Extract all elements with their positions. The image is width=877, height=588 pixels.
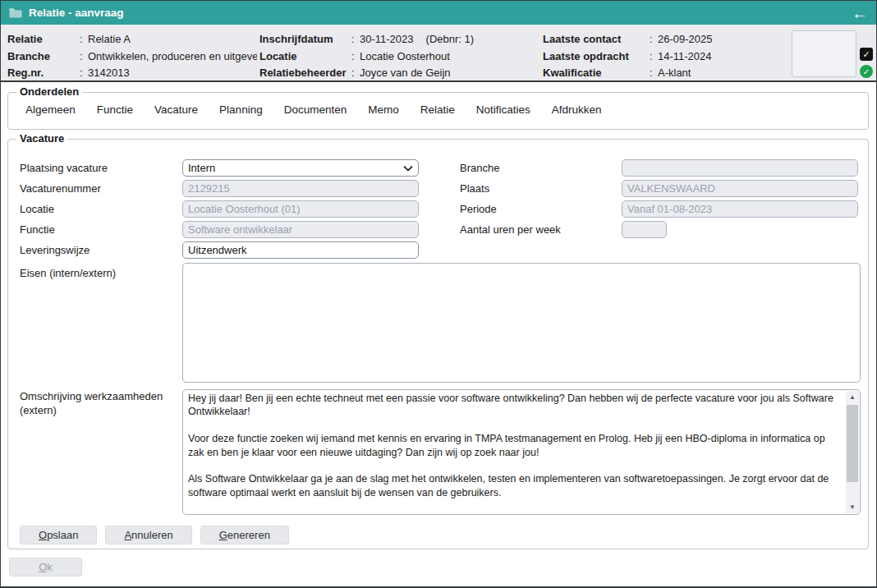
omschrijving-label: Omschrijving werkzaamheden (extern) <box>20 389 169 417</box>
folder-icon <box>9 7 22 18</box>
tab-documenten[interactable]: Documenten <box>273 103 358 116</box>
vacature-legend: Vacature <box>16 132 67 145</box>
tab-afdrukken[interactable]: Afdrukken <box>541 103 613 116</box>
tab-memo[interactable]: Memo <box>357 103 410 116</box>
laatste-contact-label: Laatste contact <box>543 31 650 48</box>
separator: : <box>80 48 88 66</box>
opslaan-button[interactable]: Opslaan <box>20 526 97 544</box>
separator: : <box>351 31 360 48</box>
inschrijfdatum-label: Inschrijfdatum <box>259 31 351 48</box>
laatste-contact-value: 26-09-2025 <box>658 31 713 48</box>
kwalificatie-label: Kwalificatie <box>543 65 650 82</box>
header-row-kwalificatie: Kwalificatie : A-klant <box>543 65 713 82</box>
header-row-regnr: Reg.nr. : 3142013 <box>7 65 257 82</box>
chevron-down-icon <box>403 165 413 172</box>
header-column-right: Laatste contact : 26-09-2025 Laatste opd… <box>543 31 713 82</box>
laatste-opdracht-value: 14-11-2024 <box>658 48 713 66</box>
tab-vacature[interactable]: Vacature <box>144 103 209 116</box>
header-checkbox[interactable]: ✓ <box>860 48 873 61</box>
plaats-field: VALKENSWAARD <box>622 180 858 197</box>
header-row-relatie: Relatie : Relatie A <box>7 31 257 48</box>
locatie-field-label: Locatie <box>20 200 54 218</box>
locatie-field: Locatie Oosterhout (01) <box>182 200 419 218</box>
relatiebeheerder-value: Joyce van de Geijn <box>360 65 474 82</box>
branche-field-label: Branche <box>460 159 499 177</box>
omschrijving-text: Hey jij daar! Ben jij een echte techneut… <box>183 390 846 514</box>
separator: : <box>650 48 658 66</box>
header-row-laatste-opdracht: Laatste opdracht : 14-11-2024 <box>543 48 713 66</box>
omschrijving-textarea[interactable]: Hey jij daar! Ben jij een echte techneut… <box>182 389 861 515</box>
relatie-aanvraag-window: Relatie - aanvraag ← Relatie : Relatie A… <box>0 0 877 588</box>
header-column-middle: Inschrijfdatum : 30-11-2023(Debnr: 1) Lo… <box>259 31 474 82</box>
vacaturenummer-label: Vacaturenummer <box>20 180 101 197</box>
plaats-label: Plaats <box>460 180 489 197</box>
onderdelen-section: Onderdelen Algemeen Functie Vacature Pla… <box>7 92 869 130</box>
separator: : <box>351 48 360 66</box>
window-title: Relatie - aanvraag <box>29 7 124 19</box>
branche-value: Ontwikkelen, produceren en uitgeven v <box>88 48 257 66</box>
separator: : <box>650 31 658 48</box>
back-arrow-icon[interactable]: ← <box>852 5 868 21</box>
header-column-left: Relatie : Relatie A Branche : Ontwikkele… <box>7 31 257 82</box>
branche-label: Branche <box>7 48 80 66</box>
vacaturenummer-field: 2129215 <box>182 180 419 197</box>
separator: : <box>351 65 360 82</box>
functie-field-label: Functie <box>20 221 55 238</box>
eisen-label: Eisen (intern/extern) <box>20 264 116 282</box>
debnr-value: (Debnr: 1) <box>426 33 475 45</box>
regnr-value: 3142013 <box>88 65 257 82</box>
aantal-uren-label: Aantal uren per week <box>460 221 561 238</box>
annuleren-button[interactable]: Annuleren <box>105 526 191 544</box>
leveringswijze-label: Leveringswijze <box>20 241 90 259</box>
locatie-label: Locatie <box>259 48 351 66</box>
header-row-laatste-contact: Laatste contact : 26-09-2025 <box>543 31 713 48</box>
inschrijfdatum-value: 30-11-2023(Debnr: 1) <box>360 31 474 48</box>
relatie-value: Relatie A <box>88 31 257 48</box>
eisen-text <box>183 264 860 382</box>
plaatsing-vacature-label: Plaatsing vacature <box>20 159 108 177</box>
scroll-up-icon[interactable]: ▲ <box>846 391 859 403</box>
relatiebeheerder-label: Relatiebeheerder <box>259 65 351 82</box>
relatie-label: Relatie <box>7 31 80 48</box>
regnr-label: Reg.nr. <box>7 65 80 82</box>
scroll-down-icon[interactable]: ▼ <box>846 501 859 513</box>
header-row-relatiebeheerder: Relatiebeheerder : Joyce van de Geijn <box>259 65 474 82</box>
tab-notificaties[interactable]: Notificaties <box>466 103 541 116</box>
onderdelen-legend: Onderdelen <box>16 85 82 98</box>
eisen-textarea[interactable] <box>182 263 861 383</box>
tab-functie[interactable]: Functie <box>86 103 144 116</box>
locatie-value: Locatie Oosterhout <box>360 48 474 66</box>
aantal-uren-field <box>622 221 667 238</box>
functie-field: Software ontwikkelaar <box>182 221 419 238</box>
separator: : <box>80 31 88 48</box>
periode-field: Vanaf 01-08-2023 <box>622 200 858 218</box>
scrollbar[interactable]: ▲ ▼ <box>846 391 859 513</box>
tab-algemeen[interactable]: Algemeen <box>15 103 86 116</box>
title-bar: Relatie - aanvraag ← <box>1 1 876 25</box>
laatste-opdracht-label: Laatste opdracht <box>543 48 650 66</box>
status-check-icon: ✓ <box>860 65 873 78</box>
genereren-button[interactable]: Genereren <box>200 526 289 544</box>
plaatsing-vacature-select[interactable]: Intern <box>182 159 419 177</box>
separator: : <box>80 65 88 82</box>
action-button-row: Opslaan Annuleren Genereren <box>20 526 289 544</box>
scrollbar-thumb[interactable] <box>847 405 858 482</box>
leveringswijze-field[interactable]: Uitzendwerk <box>182 241 419 259</box>
header-row-inschrijfdatum: Inschrijfdatum : 30-11-2023(Debnr: 1) <box>259 31 474 48</box>
tab-relatie[interactable]: Relatie <box>410 103 466 116</box>
header-row-branche: Branche : Ontwikkelen, produceren en uit… <box>7 48 257 66</box>
tab-bar: Algemeen Functie Vacature Planning Docum… <box>15 103 613 116</box>
plaatsing-vacature-value: Intern <box>188 160 215 176</box>
branche-field <box>622 159 858 177</box>
periode-label: Periode <box>460 200 497 218</box>
kwalificatie-value: A-klant <box>658 65 713 82</box>
relation-header: Relatie : Relatie A Branche : Ontwikkele… <box>1 25 876 82</box>
separator: : <box>650 65 658 82</box>
ok-button[interactable]: Ok <box>9 558 82 577</box>
tab-planning[interactable]: Planning <box>209 103 273 116</box>
header-row-locatie: Locatie : Locatie Oosterhout <box>259 48 474 66</box>
vacature-section: Vacature Plaatsing vacature Intern Vacat… <box>7 139 869 549</box>
photo-placeholder <box>792 30 856 77</box>
